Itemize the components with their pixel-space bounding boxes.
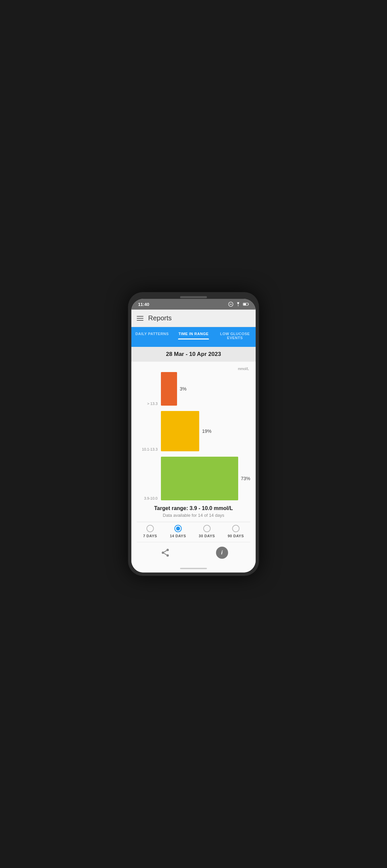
bar-high <box>161 411 199 451</box>
bar-pct-very-high: 3% <box>180 386 186 392</box>
chart-row-high: 10.1-13.3 19% <box>137 411 250 451</box>
chart-row-very-high: > 13.3 3% <box>137 372 250 406</box>
day-option-30days[interactable]: 30 DAYS <box>199 525 215 538</box>
battery-icon <box>243 302 249 306</box>
status-icons <box>228 302 249 307</box>
svg-point-7 <box>161 552 164 554</box>
day-option-7days[interactable]: 7 DAYS <box>143 525 157 538</box>
day-radio-90days[interactable] <box>232 525 240 532</box>
status-bar: 11:40 <box>131 299 256 310</box>
phone-shell: 11:40 <box>128 292 259 576</box>
day-label-14days: 14 DAYS <box>170 534 186 538</box>
hamburger-menu-icon[interactable] <box>137 316 144 321</box>
tab-time-in-range[interactable]: TIME IN RANGE <box>173 327 214 347</box>
wifi-icon <box>236 302 241 306</box>
day-option-14days[interactable]: 14 DAYS <box>170 525 186 538</box>
bar-pct-high: 19% <box>202 429 211 434</box>
tab-daily-patterns[interactable]: DAILY PATTERNS <box>131 327 173 347</box>
bar-wrapper-high: 19% <box>161 411 250 451</box>
day-label-30days: 30 DAYS <box>199 534 215 538</box>
date-range-bar: 28 Mar - 10 Apr 2023 <box>131 347 256 362</box>
chart-row-target: 3.9-10.0 73% <box>137 457 250 500</box>
chart-area: mmol/L > 13.3 3% 10.1-13.3 19% <box>131 362 256 502</box>
svg-line-9 <box>164 553 167 555</box>
day-radio-30days[interactable] <box>203 525 211 532</box>
bar-wrapper-target: 73% <box>161 457 250 500</box>
notch-area <box>131 296 256 299</box>
share-icon <box>160 548 170 557</box>
range-label-target: 3.9-10.0 <box>137 496 161 500</box>
info-button[interactable]: i <box>215 546 229 560</box>
day-option-90days[interactable]: 90 DAYS <box>228 525 244 538</box>
phone-inner: 11:40 <box>131 299 256 572</box>
tab-low-glucose-events[interactable]: LOW GLUCOSE EVENTS <box>214 327 256 347</box>
bottom-section: Target range: 3.9 - 10.0 mmol/L Data ava… <box>131 502 256 564</box>
chart-container: > 13.3 3% 10.1-13.3 19% 3.9-10 <box>137 372 250 502</box>
home-indicator <box>131 564 256 572</box>
notch <box>180 296 207 298</box>
action-bar: i <box>137 542 250 564</box>
svg-point-8 <box>166 554 169 557</box>
svg-rect-4 <box>248 304 249 305</box>
home-bar <box>180 568 207 569</box>
range-label-very-high: > 13.3 <box>137 402 161 406</box>
day-label-7days: 7 DAYS <box>143 534 157 538</box>
tab-bar: DAILY PATTERNS TIME IN RANGE LOW GLUCOSE… <box>131 327 256 347</box>
day-radio-7days[interactable] <box>146 525 154 532</box>
svg-point-2 <box>238 306 239 306</box>
svg-line-10 <box>164 551 167 552</box>
target-range-text: Target range: 3.9 - 10.0 mmol/L <box>137 505 250 512</box>
day-radio-14days[interactable] <box>174 525 182 532</box>
info-icon: i <box>216 547 228 559</box>
bar-wrapper-very-high: 3% <box>161 372 250 406</box>
bar-target <box>161 457 238 500</box>
range-label-high: 10.1-13.3 <box>137 447 161 451</box>
svg-point-6 <box>166 549 169 551</box>
page-title: Reports <box>148 314 172 322</box>
app-header: Reports <box>131 310 256 327</box>
day-label-90days: 90 DAYS <box>228 534 244 538</box>
svg-rect-5 <box>243 303 246 305</box>
day-selector: 7 DAYS 14 DAYS 30 DAYS 90 DAYS <box>137 522 250 542</box>
bar-very-high <box>161 372 177 406</box>
do-not-disturb-icon <box>228 302 234 307</box>
status-time: 11:40 <box>138 302 149 307</box>
date-range-text: 28 Mar - 10 Apr 2023 <box>166 351 221 357</box>
unit-label: mmol/L <box>137 367 250 371</box>
share-button[interactable] <box>158 546 172 560</box>
data-availability-text: Data available for 14 of 14 days <box>137 513 250 518</box>
bar-pct-target: 73% <box>241 476 250 481</box>
